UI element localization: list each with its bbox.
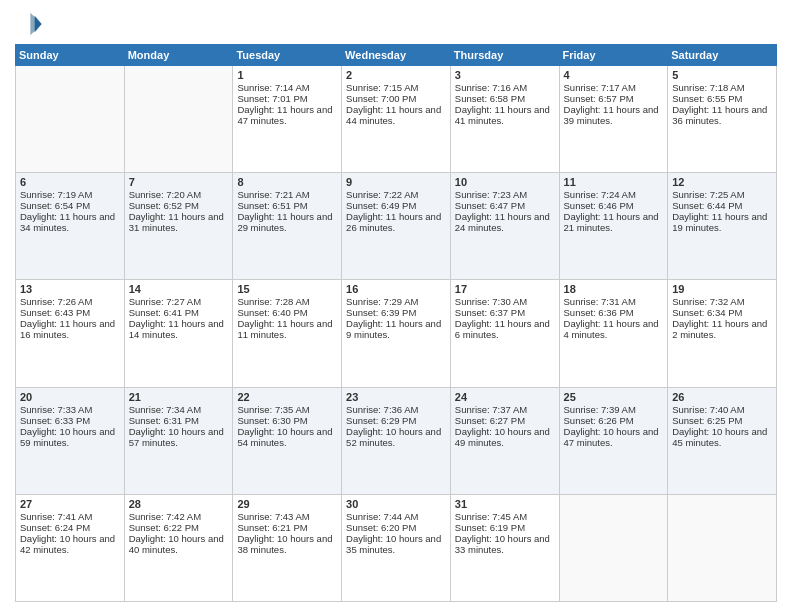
sunrise-text: Sunrise: 7:19 AM <box>20 189 120 200</box>
sunset-text: Sunset: 6:46 PM <box>564 200 664 211</box>
calendar-cell <box>124 66 233 173</box>
calendar-cell <box>559 494 668 601</box>
day-number: 15 <box>237 283 337 295</box>
week-row-5: 27Sunrise: 7:41 AMSunset: 6:24 PMDayligh… <box>16 494 777 601</box>
daylight-text: Daylight: 10 hours and 57 minutes. <box>129 426 229 448</box>
weekday-header-sunday: Sunday <box>16 45 125 66</box>
day-number: 25 <box>564 391 664 403</box>
sunrise-text: Sunrise: 7:23 AM <box>455 189 555 200</box>
calendar-cell: 24Sunrise: 7:37 AMSunset: 6:27 PMDayligh… <box>450 387 559 494</box>
daylight-text: Daylight: 11 hours and 19 minutes. <box>672 211 772 233</box>
calendar-cell: 20Sunrise: 7:33 AMSunset: 6:33 PMDayligh… <box>16 387 125 494</box>
sunset-text: Sunset: 6:27 PM <box>455 415 555 426</box>
calendar-cell: 2Sunrise: 7:15 AMSunset: 7:00 PMDaylight… <box>342 66 451 173</box>
logo-icon <box>15 10 43 38</box>
daylight-text: Daylight: 10 hours and 49 minutes. <box>455 426 555 448</box>
sunset-text: Sunset: 6:39 PM <box>346 307 446 318</box>
daylight-text: Daylight: 10 hours and 40 minutes. <box>129 533 229 555</box>
calendar-cell: 17Sunrise: 7:30 AMSunset: 6:37 PMDayligh… <box>450 280 559 387</box>
weekday-header-thursday: Thursday <box>450 45 559 66</box>
sunset-text: Sunset: 6:49 PM <box>346 200 446 211</box>
sunrise-text: Sunrise: 7:22 AM <box>346 189 446 200</box>
sunrise-text: Sunrise: 7:41 AM <box>20 511 120 522</box>
sunset-text: Sunset: 6:44 PM <box>672 200 772 211</box>
daylight-text: Daylight: 10 hours and 33 minutes. <box>455 533 555 555</box>
daylight-text: Daylight: 11 hours and 11 minutes. <box>237 318 337 340</box>
sunrise-text: Sunrise: 7:37 AM <box>455 404 555 415</box>
calendar-cell: 23Sunrise: 7:36 AMSunset: 6:29 PMDayligh… <box>342 387 451 494</box>
sunset-text: Sunset: 6:36 PM <box>564 307 664 318</box>
day-number: 23 <box>346 391 446 403</box>
day-number: 30 <box>346 498 446 510</box>
sunrise-text: Sunrise: 7:31 AM <box>564 296 664 307</box>
daylight-text: Daylight: 10 hours and 35 minutes. <box>346 533 446 555</box>
week-row-2: 6Sunrise: 7:19 AMSunset: 6:54 PMDaylight… <box>16 173 777 280</box>
daylight-text: Daylight: 11 hours and 34 minutes. <box>20 211 120 233</box>
daylight-text: Daylight: 10 hours and 38 minutes. <box>237 533 337 555</box>
day-number: 16 <box>346 283 446 295</box>
calendar-cell: 31Sunrise: 7:45 AMSunset: 6:19 PMDayligh… <box>450 494 559 601</box>
page: SundayMondayTuesdayWednesdayThursdayFrid… <box>0 0 792 612</box>
sunset-text: Sunset: 7:01 PM <box>237 93 337 104</box>
day-number: 9 <box>346 176 446 188</box>
sunrise-text: Sunrise: 7:27 AM <box>129 296 229 307</box>
daylight-text: Daylight: 10 hours and 54 minutes. <box>237 426 337 448</box>
day-number: 6 <box>20 176 120 188</box>
daylight-text: Daylight: 10 hours and 42 minutes. <box>20 533 120 555</box>
week-row-3: 13Sunrise: 7:26 AMSunset: 6:43 PMDayligh… <box>16 280 777 387</box>
day-number: 27 <box>20 498 120 510</box>
calendar-cell: 10Sunrise: 7:23 AMSunset: 6:47 PMDayligh… <box>450 173 559 280</box>
sunrise-text: Sunrise: 7:35 AM <box>237 404 337 415</box>
sunrise-text: Sunrise: 7:33 AM <box>20 404 120 415</box>
calendar-cell: 1Sunrise: 7:14 AMSunset: 7:01 PMDaylight… <box>233 66 342 173</box>
sunrise-text: Sunrise: 7:44 AM <box>346 511 446 522</box>
daylight-text: Daylight: 10 hours and 45 minutes. <box>672 426 772 448</box>
sunrise-text: Sunrise: 7:43 AM <box>237 511 337 522</box>
calendar-cell: 16Sunrise: 7:29 AMSunset: 6:39 PMDayligh… <box>342 280 451 387</box>
calendar-table: SundayMondayTuesdayWednesdayThursdayFrid… <box>15 44 777 602</box>
daylight-text: Daylight: 11 hours and 41 minutes. <box>455 104 555 126</box>
sunset-text: Sunset: 6:37 PM <box>455 307 555 318</box>
day-number: 19 <box>672 283 772 295</box>
day-number: 28 <box>129 498 229 510</box>
weekday-header-tuesday: Tuesday <box>233 45 342 66</box>
weekday-header-saturday: Saturday <box>668 45 777 66</box>
sunrise-text: Sunrise: 7:28 AM <box>237 296 337 307</box>
day-number: 21 <box>129 391 229 403</box>
sunset-text: Sunset: 6:34 PM <box>672 307 772 318</box>
daylight-text: Daylight: 11 hours and 14 minutes. <box>129 318 229 340</box>
day-number: 5 <box>672 69 772 81</box>
sunset-text: Sunset: 6:52 PM <box>129 200 229 211</box>
day-number: 10 <box>455 176 555 188</box>
calendar-cell: 27Sunrise: 7:41 AMSunset: 6:24 PMDayligh… <box>16 494 125 601</box>
calendar-cell: 30Sunrise: 7:44 AMSunset: 6:20 PMDayligh… <box>342 494 451 601</box>
sunset-text: Sunset: 6:30 PM <box>237 415 337 426</box>
day-number: 26 <box>672 391 772 403</box>
sunset-text: Sunset: 6:57 PM <box>564 93 664 104</box>
calendar-cell: 26Sunrise: 7:40 AMSunset: 6:25 PMDayligh… <box>668 387 777 494</box>
sunrise-text: Sunrise: 7:34 AM <box>129 404 229 415</box>
calendar-cell: 11Sunrise: 7:24 AMSunset: 6:46 PMDayligh… <box>559 173 668 280</box>
calendar-cell <box>668 494 777 601</box>
sunset-text: Sunset: 6:20 PM <box>346 522 446 533</box>
daylight-text: Daylight: 11 hours and 9 minutes. <box>346 318 446 340</box>
sunset-text: Sunset: 6:40 PM <box>237 307 337 318</box>
sunrise-text: Sunrise: 7:15 AM <box>346 82 446 93</box>
sunset-text: Sunset: 6:55 PM <box>672 93 772 104</box>
day-number: 8 <box>237 176 337 188</box>
daylight-text: Daylight: 11 hours and 24 minutes. <box>455 211 555 233</box>
calendar-cell: 25Sunrise: 7:39 AMSunset: 6:26 PMDayligh… <box>559 387 668 494</box>
sunrise-text: Sunrise: 7:20 AM <box>129 189 229 200</box>
weekday-header-friday: Friday <box>559 45 668 66</box>
calendar-cell: 9Sunrise: 7:22 AMSunset: 6:49 PMDaylight… <box>342 173 451 280</box>
daylight-text: Daylight: 10 hours and 47 minutes. <box>564 426 664 448</box>
sunrise-text: Sunrise: 7:30 AM <box>455 296 555 307</box>
calendar-cell: 4Sunrise: 7:17 AMSunset: 6:57 PMDaylight… <box>559 66 668 173</box>
sunset-text: Sunset: 6:22 PM <box>129 522 229 533</box>
day-number: 18 <box>564 283 664 295</box>
day-number: 20 <box>20 391 120 403</box>
calendar-cell: 29Sunrise: 7:43 AMSunset: 6:21 PMDayligh… <box>233 494 342 601</box>
sunrise-text: Sunrise: 7:18 AM <box>672 82 772 93</box>
calendar-cell: 22Sunrise: 7:35 AMSunset: 6:30 PMDayligh… <box>233 387 342 494</box>
day-number: 1 <box>237 69 337 81</box>
